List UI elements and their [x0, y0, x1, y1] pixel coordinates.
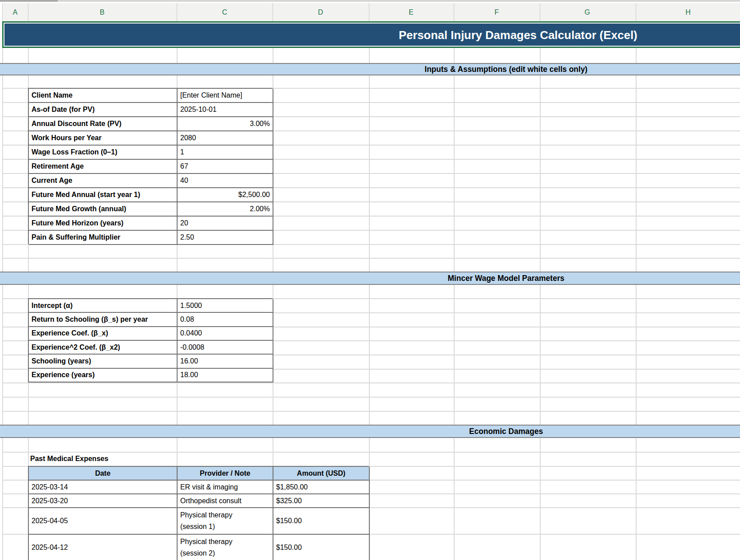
date-text: 2025-04-05	[32, 515, 177, 527]
column-header-separator	[540, 3, 540, 21]
past-medical-date-0[interactable]: 2025-03-14	[29, 481, 178, 494]
past-medical-provider-2[interactable]: Physical therapy(session 1)	[178, 508, 273, 535]
section-header-economic[interactable]: Economic Damages	[0, 425, 740, 438]
gridline-vertical	[540, 48, 541, 560]
past-medical-column-header-1[interactable]: Provider / Note	[178, 467, 273, 481]
gridline-horizontal	[2, 397, 740, 398]
input-cell-label-2[interactable]: Annual Discount Rate (PV)	[29, 117, 178, 131]
amount-text: $150.00	[276, 542, 369, 553]
column-header-separator	[177, 3, 177, 21]
gridline-horizontal	[2, 411, 740, 412]
input-cell-label-8[interactable]: Future Med Growth (annual)	[29, 202, 178, 217]
column-header-D[interactable]: D	[318, 3, 323, 21]
inputs-assumptions-table: Client Name[Enter Client Name]As-of Date…	[28, 88, 273, 244]
sheet-title: Personal Injury Damages Calculator (Exce…	[399, 24, 637, 46]
section-header-inputs-label: Inputs & Assumptions (edit white cells o…	[425, 64, 588, 75]
date-text: 2025-04-12	[32, 542, 177, 553]
input-cell-label-3[interactable]: Work Hours per Year	[29, 131, 178, 146]
column-header-separator	[2, 3, 3, 21]
window-chrome-strip-segment	[0, 0, 58, 2]
column-header-E[interactable]: E	[409, 3, 414, 21]
date-text: 2025-03-14	[32, 481, 177, 493]
mincer-cell-label-0[interactable]: Intercept (α)	[29, 299, 178, 313]
input-cell-value-1[interactable]: 2025-10-01	[178, 103, 273, 117]
column-header-F[interactable]: F	[495, 3, 499, 21]
provider-text-line: (session 2)	[180, 548, 273, 559]
past-medical-date-2[interactable]: 2025-04-05	[29, 508, 178, 535]
input-cell-value-4[interactable]: 1	[178, 146, 273, 160]
input-cell-label-0[interactable]: Client Name	[29, 89, 178, 103]
input-cell-value-6[interactable]: 40	[178, 174, 273, 188]
input-cell-value-2[interactable]: 3.00%	[178, 117, 273, 131]
amount-text: $150.00	[276, 515, 369, 527]
input-cell-value-5[interactable]: 67	[178, 160, 273, 174]
section-header-mincer[interactable]: Mincer Wage Model Parameters	[0, 272, 740, 285]
column-header-G[interactable]: G	[585, 3, 590, 21]
past-medical-provider-0[interactable]: ER visit & imaging	[178, 481, 273, 494]
amount-text: $325.00	[276, 495, 369, 507]
column-header-background	[2, 3, 740, 21]
past-medical-date-3[interactable]: 2025-04-12	[29, 535, 178, 560]
past-medical-amount-1[interactable]: $325.00	[273, 494, 370, 508]
gridline-horizontal	[2, 452, 740, 453]
past-medical-provider-3[interactable]: Physical therapy(session 2)	[178, 535, 273, 560]
input-cell-value-8[interactable]: 2.00%	[178, 202, 273, 217]
past-medical-provider-1[interactable]: Orthopedist consult	[178, 494, 273, 508]
past-medical-expenses-label[interactable]: Past Medical Expenses	[30, 452, 108, 466]
column-header-separator	[636, 3, 636, 21]
mincer-cell-value-2[interactable]: 0.0400	[178, 327, 273, 341]
provider-text-line: Physical therapy	[180, 509, 273, 521]
mincer-cell-label-2[interactable]: Experience Coef. (β_x)	[29, 327, 178, 341]
past-medical-column-header-2[interactable]: Amount (USD)	[273, 467, 370, 481]
past-medical-expenses-table: DateProvider / NoteAmount (USD)2025-03-1…	[28, 466, 369, 560]
column-header-B[interactable]: B	[100, 3, 105, 21]
input-cell-value-9[interactable]: 20	[178, 217, 273, 231]
column-header-A[interactable]: A	[13, 3, 18, 21]
input-cell-value-0[interactable]: [Enter Client Name]	[178, 89, 273, 103]
input-cell-label-6[interactable]: Current Age	[29, 174, 178, 188]
past-medical-amount-2[interactable]: $150.00	[273, 508, 370, 535]
mincer-cell-label-3[interactable]: Experience^2 Coef. (β_x2)	[29, 341, 178, 355]
past-medical-amount-3[interactable]: $150.00	[273, 535, 370, 560]
input-cell-value-10[interactable]: 2.50	[178, 231, 273, 245]
gridline-horizontal	[2, 383, 740, 383]
provider-text-line: (session 1)	[180, 521, 273, 532]
mincer-cell-value-5[interactable]: 18.00	[178, 369, 273, 383]
input-cell-label-4[interactable]: Wage Loss Fraction (0–1)	[29, 146, 178, 160]
column-header-separator	[273, 3, 273, 21]
mincer-cell-label-4[interactable]: Schooling (years)	[29, 355, 178, 368]
input-cell-label-10[interactable]: Pain & Suffering Multiplier	[29, 231, 178, 245]
column-header-C[interactable]: C	[222, 3, 227, 21]
column-header-separator	[28, 3, 28, 21]
title-banner-cell[interactable]: Personal Injury Damages Calculator (Exce…	[2, 21, 740, 48]
gridline-vertical	[636, 48, 637, 560]
amount-text: $1,850.00	[276, 481, 369, 493]
past-medical-amount-0[interactable]: $1,850.00	[273, 481, 370, 494]
past-medical-column-header-0[interactable]: Date	[29, 467, 178, 481]
input-cell-label-9[interactable]: Future Med Horizon (years)	[29, 217, 178, 231]
date-text: 2025-03-20	[32, 495, 177, 507]
column-header-separator	[454, 3, 454, 21]
input-cell-label-7[interactable]: Future Med Annual (start year 1)	[29, 188, 178, 202]
provider-text-line: Physical therapy	[180, 536, 273, 548]
input-cell-label-5[interactable]: Retirement Age	[29, 160, 178, 174]
input-cell-label-1[interactable]: As-of Date (for PV)	[29, 103, 178, 117]
spreadsheet-canvas[interactable]: ABCDEFGH Personal Injury Damages Calcula…	[0, 0, 740, 560]
column-header-row: ABCDEFGH	[0, 2, 740, 21]
section-header-inputs[interactable]: Inputs & Assumptions (edit white cells o…	[0, 63, 740, 75]
column-header-H[interactable]: H	[685, 3, 691, 21]
mincer-cell-value-0[interactable]: 1.5000	[178, 299, 273, 313]
mincer-cell-value-4[interactable]: 16.00	[178, 355, 273, 368]
section-header-mincer-label: Mincer Wage Model Parameters	[448, 272, 565, 284]
mincer-cell-label-1[interactable]: Return to Schooling (β_s) per year	[29, 313, 178, 327]
mincer-cell-value-3[interactable]: -0.0008	[178, 341, 273, 355]
mincer-cell-label-5[interactable]: Experience (years)	[29, 369, 178, 383]
input-cell-value-7[interactable]: $2,500.00	[178, 188, 273, 202]
mincer-cell-value-1[interactable]: 0.08	[178, 313, 273, 327]
provider-text-line: ER visit & imaging	[180, 481, 273, 493]
past-medical-date-1[interactable]: 2025-03-20	[29, 494, 178, 508]
column-header-separator	[369, 3, 369, 21]
gridline-horizontal	[2, 258, 740, 259]
input-cell-value-3[interactable]: 2080	[178, 131, 273, 146]
mincer-parameters-table: Intercept (α)1.5000Return to Schooling (…	[28, 298, 273, 383]
